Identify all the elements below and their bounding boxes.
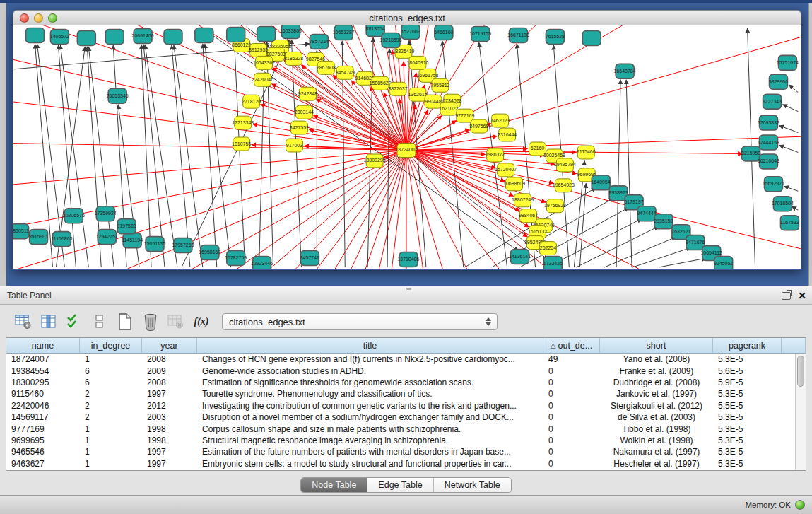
svg-text:18807249: 18807249: [512, 197, 534, 202]
svg-text:16210643: 16210643: [758, 158, 779, 163]
column-header-title[interactable]: title: [197, 338, 543, 354]
svg-text:8471676: 8471676: [686, 240, 705, 245]
delete-table-icon[interactable]: [141, 313, 160, 330]
svg-text:917003: 917003: [286, 143, 302, 148]
table-row[interactable]: 969969511998Structural magnetic resonanc…: [6, 435, 806, 446]
table-selector-dropdown[interactable]: citations_edges.txt: [222, 313, 498, 330]
svg-text:9827546: 9827546: [306, 57, 325, 62]
svg-text:9329966: 9329966: [769, 79, 788, 84]
cell-short: Yano et al. (2008): [600, 354, 713, 364]
column-header-pagerank[interactable]: pagerank: [713, 338, 782, 354]
table-row[interactable]: 946554611997Estimation of the future num…: [6, 446, 806, 457]
svg-text:9115460: 9115460: [577, 149, 596, 154]
table-row[interactable]: 1830029562008Estimation of significance …: [6, 377, 806, 388]
cell-year: 1997: [142, 459, 197, 469]
svg-text:8454749: 8454749: [336, 70, 355, 75]
column-header-out_de[interactable]: △out_de...: [543, 338, 600, 354]
svg-text:13718485: 13718485: [397, 257, 419, 262]
cell-in_degree: 1: [80, 436, 142, 445]
network-view-window[interactable]: citations_edges.txt 86601238912955182260…: [13, 10, 801, 270]
cell-title: Structural magnetic resonance image aver…: [197, 436, 543, 445]
float-panel-icon[interactable]: [782, 292, 791, 300]
table-row[interactable]: 1456911722003Disruption of a novel membe…: [6, 411, 806, 423]
table-row[interactable]: 1938455462009Genome-wide association stu…: [6, 365, 806, 376]
network-window-titlebar[interactable]: citations_edges.txt: [13, 10, 801, 25]
cell-short: de Silva et al. (2003): [600, 412, 713, 422]
table-row[interactable]: 977716911998Corpus callosum shape and si…: [6, 423, 806, 434]
table-row[interactable]: 946362711997Embryonic stem cells: a mode…: [6, 458, 806, 469]
cell-name: 9465546: [6, 447, 80, 457]
cell-name: 9463627: [6, 459, 80, 469]
svg-text:18724007: 18724007: [395, 147, 417, 152]
svg-text:15958167: 15958167: [199, 250, 220, 255]
svg-text:15692971: 15692971: [763, 181, 784, 186]
cell-pagerank: 5.3E-5: [713, 412, 782, 422]
row-height-icon[interactable]: [90, 313, 109, 330]
cell-short: Dudbridge et al. (2008): [600, 378, 713, 387]
desktop-background: citations_edges.txt 86601238912955182260…: [0, 0, 812, 286]
scrollbar-thumb[interactable]: [797, 356, 804, 387]
zoom-window-button[interactable]: [48, 13, 57, 23]
panel-resize-handle[interactable]: [406, 288, 411, 290]
table-vertical-scrollbar[interactable]: [795, 354, 806, 470]
minimize-window-button[interactable]: [34, 13, 43, 23]
background-window-edge-left: [0, 3, 6, 288]
svg-text:1167533: 1167533: [780, 220, 799, 225]
svg-text:2935158: 2935158: [654, 218, 673, 223]
cell-year: 1998: [142, 424, 197, 434]
column-header-year[interactable]: year: [142, 338, 197, 354]
cell-title: Investigating the contribution of common…: [197, 401, 543, 411]
close-window-button[interactable]: [20, 13, 29, 23]
svg-text:12213343: 12213343: [232, 120, 254, 125]
svg-text:9777169: 9777169: [455, 113, 474, 118]
tab-edge-table[interactable]: Edge Table: [367, 478, 433, 492]
function-builder-icon[interactable]: f(x): [192, 313, 211, 330]
svg-text:62160: 62160: [531, 146, 545, 151]
cell-name: 18724007: [6, 354, 80, 364]
new-table-icon[interactable]: [116, 313, 134, 330]
svg-text:16033809: 16033809: [280, 28, 302, 33]
citation-network-graph[interactable]: 8660123891295518226058982750381863281654…: [13, 25, 801, 269]
svg-text:1615132: 1615132: [528, 229, 547, 234]
svg-text:8186328: 8186328: [284, 56, 303, 61]
close-panel-icon[interactable]: ✕: [798, 291, 806, 300]
cell-name: 9699695: [6, 436, 80, 445]
cell-out_de: 0: [543, 459, 600, 469]
svg-text:2718120: 2718120: [242, 99, 261, 104]
cell-out_de: 0: [543, 366, 600, 376]
svg-text:22420046: 22420046: [252, 77, 273, 82]
column-header-in_degree[interactable]: in_degree: [80, 338, 142, 354]
svg-text:16782759: 16782759: [225, 255, 247, 260]
column-header-name[interactable]: name: [6, 338, 80, 354]
table-row[interactable]: 2242004622012Investigating the contribut…: [6, 400, 806, 411]
cell-name: 9115460: [6, 389, 80, 399]
table-selector-value: citations_edges.txt: [229, 317, 486, 327]
svg-text:12942757: 12942757: [96, 234, 118, 239]
column-header-short[interactable]: short: [600, 338, 713, 354]
svg-text:6179197: 6179197: [624, 199, 643, 204]
tab-network-table[interactable]: Network Table: [434, 478, 511, 492]
select-all-icon[interactable]: [65, 313, 83, 330]
table-settings-icon[interactable]: [14, 313, 33, 330]
table-row[interactable]: 1872400712008Changes of HCN gene express…: [6, 354, 806, 365]
column-header-filler: [782, 338, 806, 354]
svg-text:15051135: 15051135: [144, 241, 166, 246]
svg-text:16961758: 16961758: [416, 73, 438, 78]
cell-title: Embryonic stem cells: a model to study s…: [197, 459, 543, 469]
svg-text:16648784: 16648784: [614, 69, 636, 74]
tab-node-table[interactable]: Node Table: [301, 478, 367, 492]
cell-out_de: 0: [543, 401, 600, 411]
svg-text:19654923: 19654923: [553, 182, 575, 187]
table-row[interactable]: 911546021997Tourette syndrome. Phenomeno…: [6, 388, 806, 399]
show-column-icon[interactable]: [40, 313, 58, 330]
svg-text:11156863: 11156863: [51, 236, 72, 241]
svg-text:16671188: 16671188: [507, 33, 529, 37]
network-canvas[interactable]: 8660123891295518226058982750381863281654…: [13, 25, 801, 269]
cell-pagerank: 5.3E-5: [713, 436, 782, 445]
cell-in_degree: 6: [80, 366, 142, 376]
memory-status-indicator[interactable]: [795, 500, 805, 510]
delete-table-disabled-icon: [167, 313, 185, 330]
svg-text:1405572: 1405572: [50, 34, 69, 39]
svg-text:10025458: 10025458: [543, 153, 565, 158]
background-window-edge-right: [808, 3, 812, 288]
